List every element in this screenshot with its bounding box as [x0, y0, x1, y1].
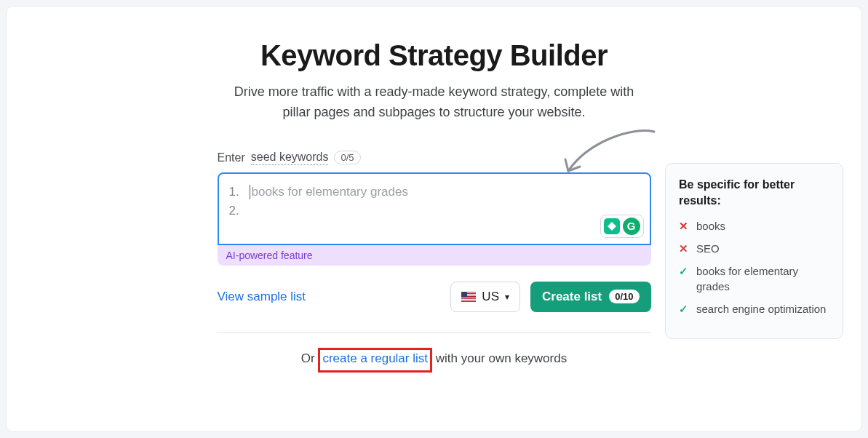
- country-select[interactable]: US ▾: [450, 282, 520, 312]
- x-icon: ✕: [679, 241, 689, 256]
- alt-suffix: with your own keywords: [432, 351, 567, 365]
- seed-label-prefix: Enter: [218, 151, 245, 164]
- ai-feature-bar: AI-powered feature: [218, 245, 651, 266]
- editor-badges: G: [600, 215, 644, 238]
- alt-prefix: Or: [301, 351, 319, 365]
- page-title: Keyword Strategy Builder: [36, 39, 832, 72]
- header: Keyword Strategy Builder Drive more traf…: [36, 39, 832, 123]
- create-list-label: Create list: [542, 290, 602, 304]
- highlight-box: create a regular list: [318, 348, 432, 373]
- divider: [218, 333, 651, 333]
- tips-panel: Be specific for better results: ✕ books …: [665, 163, 843, 339]
- tip-good-item: ✓ search engine optimization: [679, 301, 829, 316]
- seed-line-2[interactable]: 2.: [229, 202, 640, 220]
- seed-input[interactable]: 1. books for elementary grades 2. G: [218, 172, 651, 245]
- seed-placeholder: books for elementary grades: [252, 185, 408, 199]
- seed-label-dotted[interactable]: seed keywords: [251, 151, 329, 165]
- check-icon: ✓: [679, 263, 689, 294]
- create-count-pill: 0/10: [609, 290, 639, 303]
- seed-line-1[interactable]: 1. books for elementary grades: [229, 183, 640, 202]
- create-list-button[interactable]: Create list 0/10: [530, 282, 651, 312]
- grammarly-icon[interactable]: G: [623, 218, 640, 235]
- tips-title: Be specific for better results:: [679, 177, 829, 208]
- tip-good-item: ✓ books for elementary grades: [679, 263, 829, 294]
- tip-bad-item: ✕ books: [679, 218, 829, 234]
- main-card: Keyword Strategy Builder Drive more traf…: [6, 6, 862, 432]
- x-icon: ✕: [679, 218, 689, 234]
- create-regular-list-link[interactable]: create a regular list: [322, 351, 428, 365]
- seed-label-row: Enter seed keywords 0/5: [218, 151, 651, 165]
- alt-create-line: Or create a regular list with your own k…: [218, 348, 651, 373]
- chevron-down-icon: ▾: [505, 292, 509, 302]
- us-flag-icon: [461, 292, 476, 302]
- form-area: Enter seed keywords 0/5 1. books for ele…: [218, 151, 651, 373]
- check-icon: ✓: [679, 301, 689, 316]
- page-subtitle: Drive more traffic with a ready-made key…: [223, 82, 645, 123]
- country-label: US: [482, 290, 499, 304]
- seed-count-pill: 0/5: [334, 151, 360, 164]
- controls-row: View sample list US ▾ Create list 0/10: [218, 282, 651, 312]
- view-sample-link[interactable]: View sample list: [218, 290, 306, 304]
- tip-bad-item: ✕ SEO: [679, 241, 829, 256]
- diamond-icon[interactable]: [604, 218, 620, 234]
